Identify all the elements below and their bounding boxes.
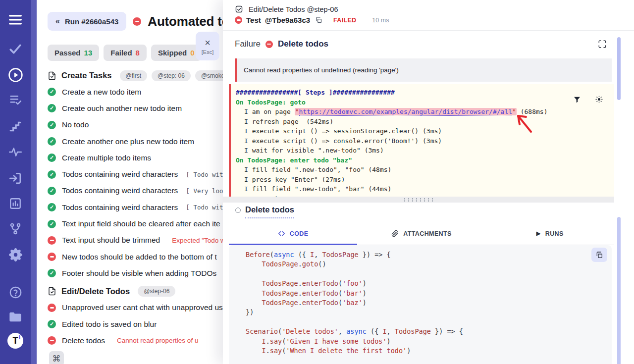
steps-log: ################[ Steps ]###############… [229,84,614,197]
step-line: I wait for visible ".new-todo" (3ms) [236,146,614,156]
test-row[interactable]: Footer should be visible when adding TOD… [48,265,223,281]
filter-passed[interactable]: Passed 13 [48,45,99,61]
back-chevrons-icon: « [55,17,60,26]
scrollbar-thumb-bottom[interactable] [617,217,621,364]
help-icon[interactable] [0,286,31,299]
git-branch-icon[interactable] [0,222,31,235]
step-line: On TodosPage: goto [236,98,614,107]
test-status-icon [48,88,56,96]
sign-in-icon[interactable] [0,172,31,185]
attachment-icon [391,230,399,237]
tests-list: Create Tasks @first@step: 06@smoke@sto C… [48,67,223,349]
copy-code-button[interactable] [591,248,607,262]
test-status-icon [48,187,56,195]
test-title: Create a new todo item [62,88,141,97]
menu-icon[interactable] [0,14,31,25]
test-row[interactable]: New todos should be added to the bottom … [48,249,223,265]
test-row[interactable]: Edited todo is saved on blur [48,316,223,332]
scenario-title[interactable]: Delete todos [245,205,294,218]
test-row[interactable]: Create multiple todo items [48,150,223,166]
activity-icon[interactable] [0,147,31,157]
suite-title: Edit/Delete Todos [61,287,130,296]
suite-group: Edit/Delete Todos @step-06 Unapproved us… [48,283,223,349]
test-row[interactable]: Todos containing weird characters [ Todo… [48,166,223,182]
test-row[interactable]: Text input should be trimmed Expected "T… [48,232,223,249]
test-title: Text input should be trimmed [62,236,160,245]
filter-skipped[interactable]: Skipped 0 [151,45,202,61]
test-status-icon [48,203,56,211]
breadcrumb[interactable]: Edit/Delete Todos @step-06 [235,5,338,13]
scrollbar-thumb-top[interactable] [617,37,621,100]
highlighted-url[interactable]: "https://todomvc.com/examples/angular/di… [295,108,517,115]
test-title: Delete todos [62,336,105,345]
fullscreen-button[interactable] [598,40,607,49]
step-line: I fill field ".new-todo", "bar" (44ms) [236,184,614,194]
test-row[interactable]: No todo [48,117,223,133]
test-failed-icon [235,16,242,24]
suite-file-icon [48,71,56,80]
resize-handle[interactable] [223,197,614,203]
drag-dots-icon [403,198,434,202]
test-note: Expected "Todo wi [172,237,223,244]
close-overlay-button[interactable]: × [Esc] [196,32,219,60]
back-to-run-button[interactable]: « Run #2660a543 [48,12,126,31]
breadcrumb-label: Edit/Delete Todos @step-06 [249,5,338,13]
status-filters: Passed 13 Failed 8 Skipped 0 [48,45,202,61]
code-line: TodosPage.enterTodo('baz') [246,298,612,308]
projects-folder-icon[interactable] [0,311,31,323]
test-title: Create another one plus new todo item [62,137,194,146]
tab-runs[interactable]: ▶RUNS [486,224,614,245]
step-line: I am on page "https://todomvc.com/exampl… [236,107,614,117]
step-line: On TodosPage: enter todo "baz" [236,156,614,165]
code-icon [278,230,285,237]
copy-test-id-button[interactable] [315,16,322,24]
code-line: I.say('When I delete the first todo') [246,346,612,356]
test-list-icon[interactable] [0,94,31,106]
close-icon: × [205,38,211,48]
test-row[interactable]: Unapproved user cant chat with unapprove… [48,300,223,316]
runs-play-icon[interactable] [0,67,31,83]
test-row[interactable]: Todos containing weird characters [ Todo… [48,199,223,215]
test-title: Create multiple todo items [62,154,151,162]
test-row[interactable]: Create another one plus new todo item [48,133,223,150]
code-line: TodosPage.goto() [246,260,612,269]
detail-header: Edit/Delete Todos @step-06 Test @Tbe9a63… [223,0,634,31]
test-note: [ Todo wit [186,171,223,178]
scenario-circle-icon [235,208,241,213]
theme-brightness-icon[interactable] [595,95,603,104]
tab-code[interactable]: CODE [229,224,357,245]
tab-attachments[interactable]: ATTACHMENTS [357,224,485,245]
check-icon[interactable] [0,44,31,54]
run-title: Automated te [148,14,223,29]
test-id: @Tbe9a63c3 [265,16,310,24]
app-logo[interactable]: T [0,333,31,349]
filter-failed[interactable]: Failed 8 [104,45,147,61]
test-row[interactable]: Create ouch another new todo item [48,100,223,116]
run-failed-icon [133,17,141,26]
test-title: Todos containing weird characters [62,203,178,212]
test-status-icon [48,170,56,179]
report-chart-icon[interactable] [0,197,31,210]
suite-tags: @step-06 [138,286,175,297]
failure-test-title: Delete todos [278,39,328,49]
steps-icon[interactable] [0,120,31,132]
filter-steps-icon[interactable] [573,96,581,104]
tab-label: RUNS [545,230,564,237]
suite-header[interactable]: Create Tasks @first@step: 06@smoke@sto [48,67,223,84]
status-badge: FAILED [333,17,356,24]
step-line: I execute script () => sessionStorage.cl… [236,126,614,136]
code-line: TodosPage.enterTodo('foo') [246,279,612,288]
test-row[interactable]: Text input field should be cleared after… [48,215,223,232]
test-row[interactable]: Create a new todo item [48,84,223,100]
code-line: TodosPage.enterTodo('bar') [246,289,612,298]
settings-gear-icon[interactable] [0,248,31,261]
test-row[interactable]: Delete todos Cannot read properties of u [48,332,223,349]
test-title: Text input field should be cleared after… [62,219,220,228]
test-status-icon [48,320,56,328]
tag-chip: @smoke [195,70,223,81]
test-row[interactable]: Todos containing weird characters [ Very… [48,183,223,199]
test-title: Unapproved user cant chat with unapprove… [62,303,223,312]
skipped-count: 0 [190,49,194,57]
test-note: [ Todo wit [186,204,223,211]
suite-header[interactable]: Edit/Delete Todos @step-06 [48,283,223,300]
